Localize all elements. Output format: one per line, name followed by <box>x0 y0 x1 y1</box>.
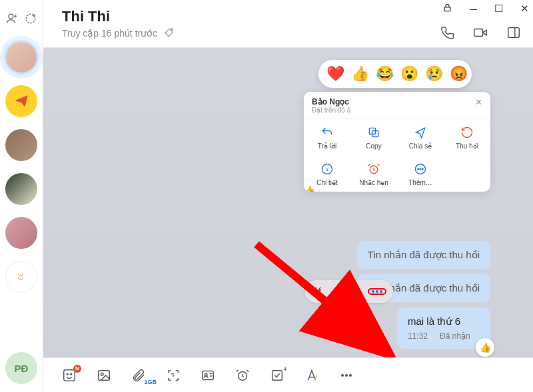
add-contact-icon[interactable] <box>5 12 19 28</box>
panel-toggle-button[interactable] <box>506 25 521 43</box>
file-size-label: 1GB <box>144 379 157 385</box>
notification-badge-icon: N <box>73 365 81 373</box>
svg-rect-21 <box>203 371 214 379</box>
reaction-wow-icon[interactable]: 😮 <box>400 65 418 83</box>
forward-icon[interactable] <box>330 284 342 299</box>
menu-copy[interactable]: Copy <box>350 118 397 155</box>
contact-avatar-1[interactable] <box>5 41 37 73</box>
message-status: Đã nhận <box>440 331 470 341</box>
contact-status: Truy cập 16 phút trước <box>62 28 157 39</box>
reaction-laugh-icon[interactable]: 😂 <box>376 65 394 83</box>
svg-point-17 <box>67 373 68 375</box>
contact-avatar-3[interactable] <box>5 129 37 161</box>
menu-recall[interactable]: Thu hồi <box>444 118 490 155</box>
create-group-icon[interactable] <box>24 12 37 28</box>
reaction-cry-icon[interactable]: 😢 <box>425 65 443 83</box>
message-bubble[interactable]: mai là thứ 6 11:32 Đã nhận 👍 <box>397 307 490 349</box>
message-context-popup: ❤️ 👍 😂 😮 😢 😡 Bảo Ngọc Đặt trên đó à ✕ Tr… <box>304 60 490 192</box>
svg-point-13 <box>422 168 424 170</box>
reply-icon <box>320 125 334 140</box>
info-icon <box>320 162 334 176</box>
contact-name: Thi Thi <box>62 8 521 25</box>
my-avatar[interactable]: PĐ <box>5 352 37 384</box>
compose-toolbar: N 1GB + <box>43 357 533 392</box>
message-actions-pill <box>305 280 393 303</box>
svg-point-22 <box>205 373 207 376</box>
reaction-thumbs-up-icon[interactable]: 👍 <box>351 65 369 83</box>
menu-more[interactable]: Thêm… <box>397 155 444 192</box>
format-text-button[interactable] <box>303 367 320 384</box>
plus-icon: + <box>283 365 287 373</box>
contact-avatar-5[interactable] <box>5 217 37 249</box>
screenshot-button[interactable] <box>165 367 182 384</box>
quoted-text: Đặt trên đó à <box>312 106 350 114</box>
contact-avatar-2[interactable] <box>5 85 37 117</box>
menu-reminder[interactable]: Nhắc hẹn <box>350 155 397 192</box>
chat-area: ❤️ 👍 😂 😮 😢 😡 Bảo Ngọc Đặt trên đó à ✕ Tr… <box>43 48 533 357</box>
recall-icon <box>460 125 474 140</box>
message-recalled[interactable]: Tin nhắn đã được thu hồi <box>357 241 490 269</box>
more-actions-button[interactable] <box>368 288 386 295</box>
svg-point-3 <box>171 29 172 31</box>
quoted-sender: Bảo Ngọc <box>312 97 350 106</box>
svg-point-20 <box>101 373 103 375</box>
chat-header: Thi Thi Truy cập 16 phút trước <box>43 0 533 48</box>
contact-avatar-6[interactable]: ఠ <box>5 261 37 293</box>
message-text: mai là thứ 6 <box>408 315 480 327</box>
reaction-picker[interactable]: ❤️ 👍 😂 😮 😢 😡 <box>318 60 472 88</box>
call-button[interactable] <box>440 25 454 43</box>
svg-point-11 <box>418 168 419 170</box>
copy-icon <box>366 125 381 140</box>
context-menu: Bảo Ngọc Đặt trên đó à ✕ Trả lời Copy Ch… <box>304 92 490 192</box>
image-button[interactable] <box>95 367 113 384</box>
pin-icon[interactable] <box>349 284 361 299</box>
reaction-angry-icon[interactable]: 😡 <box>450 65 468 83</box>
contact-card-button[interactable] <box>199 367 217 384</box>
svg-rect-5 <box>508 28 520 38</box>
contact-avatar-4[interactable] <box>5 173 37 205</box>
svg-point-1 <box>9 14 13 19</box>
close-icon[interactable]: ✕ <box>475 97 482 107</box>
reminder-button[interactable] <box>234 367 251 384</box>
svg-rect-24 <box>272 370 282 380</box>
message-time: 11:32 <box>408 331 428 341</box>
svg-rect-16 <box>64 369 75 381</box>
task-button[interactable]: + <box>268 367 286 384</box>
reaction-heart-icon[interactable]: ❤️ <box>326 65 344 83</box>
svg-point-18 <box>71 373 72 375</box>
svg-rect-4 <box>474 29 483 37</box>
video-call-button[interactable] <box>473 25 488 43</box>
tag-icon[interactable] <box>164 27 175 39</box>
svg-rect-19 <box>99 370 110 380</box>
alarm-icon <box>366 162 381 176</box>
quote-icon[interactable] <box>312 284 324 299</box>
more-icon <box>413 162 428 176</box>
more-tools-button[interactable] <box>338 367 355 384</box>
svg-point-12 <box>420 168 421 170</box>
sidebar: ఠ PĐ <box>0 0 43 392</box>
thumb-react-icon[interactable]: 👍 <box>476 338 494 357</box>
sticker-button[interactable]: N <box>61 367 78 384</box>
menu-reply[interactable]: Trả lời <box>304 118 350 155</box>
attach-file-button[interactable]: 1GB <box>130 367 147 384</box>
menu-share[interactable]: Chia sẻ <box>397 118 444 155</box>
share-icon <box>413 125 428 140</box>
